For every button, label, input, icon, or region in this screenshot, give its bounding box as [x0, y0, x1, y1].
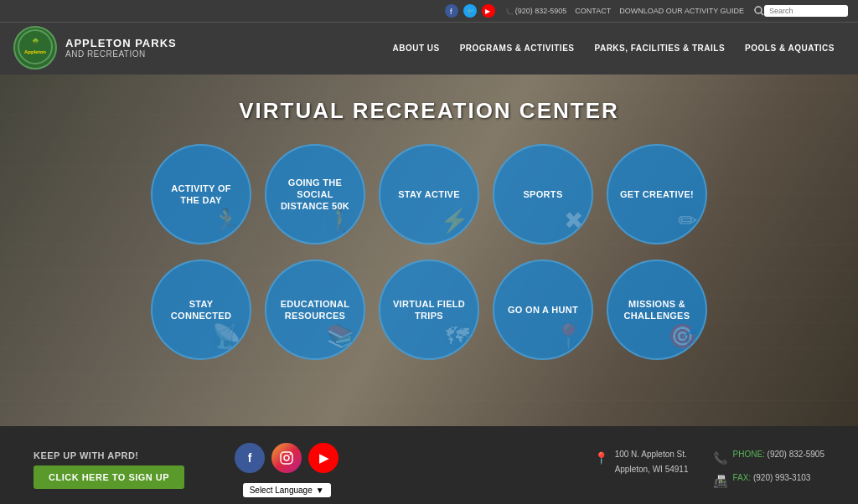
svg-text:▶: ▶	[485, 8, 491, 15]
circle-field-trips[interactable]: 🗺 VIRTUAL FIELDTRIPS	[379, 260, 479, 360]
top-links: 📞 (920) 832-5905 CONTACT DOWNLOAD OUR AC…	[505, 7, 744, 15]
facebook-icon[interactable]: f	[445, 4, 458, 18]
location-icon: 📍	[594, 448, 608, 469]
circle-activity-day[interactable]: 🏃 ACTIVITY OFTHE DAY	[151, 144, 251, 244]
footer-signup: KEEP UP WITH APRD! CLICK HERE TO SIGN UP	[34, 450, 184, 489]
contact-link[interactable]: CONTACT	[575, 7, 611, 15]
logo-area: 🌳 Appleton APPLETON PARKS AND RECREATION	[13, 26, 177, 69]
circle-label-stay-active: STAY ACTIVE	[391, 182, 467, 207]
circle-label-educational: EDUCATIONALRESOURCES	[274, 291, 357, 329]
circle-label-sports: SPORTS	[516, 182, 569, 207]
fax-row: 📠 FAX: (920) 993-3103	[713, 471, 824, 492]
fax-number: (920) 993-3103	[753, 473, 810, 482]
svg-point-4	[755, 7, 762, 13]
circle-sports[interactable]: ✖ SPORTS	[493, 144, 593, 244]
svg-line-5	[761, 13, 763, 15]
circle-label-social-distance: GOING THESOCIALDISTANCE 50K	[274, 170, 356, 219]
circles-row-1: 🏃 ACTIVITY OFTHE DAY 🚶 GOING THESOCIALDI…	[151, 144, 707, 244]
circles-row-2: 📡 STAYCONNECTED 📚 EDUCATIONALRESOURCES 🗺…	[151, 260, 707, 360]
circle-label-activity: ACTIVITY OFTHE DAY	[164, 176, 238, 213]
language-selector[interactable]: Select Language ▼	[243, 483, 331, 497]
svg-text:🌳: 🌳	[32, 38, 39, 45]
nav-about[interactable]: ABOUT US	[382, 39, 449, 58]
fax-label: FAX:	[732, 473, 751, 482]
search-input[interactable]	[764, 5, 848, 17]
circle-stay-connected[interactable]: 📡 STAYCONNECTED	[151, 260, 251, 360]
phone-link[interactable]: 📞 (920) 832-5905	[505, 7, 567, 15]
svg-text:Appleton: Appleton	[24, 49, 46, 54]
footer-social: f ▶ Select Language ▼	[235, 443, 339, 497]
download-link[interactable]: DOWNLOAD OUR ACTIVITY GUIDE	[619, 7, 744, 15]
phone-icon: 📞	[713, 448, 727, 469]
hero-section: VIRTUAL RECREATION CENTER 🏃 ACTIVITY OFT…	[0, 75, 858, 426]
phone-row: 📞 PHONE: (920) 832-5905	[713, 447, 824, 469]
org-name-line2: AND RECREATION	[65, 49, 177, 59]
circle-educational[interactable]: 📚 EDUCATIONALRESOURCES	[265, 260, 365, 360]
svg-text:f: f	[450, 8, 452, 15]
svg-text:🐦: 🐦	[467, 7, 474, 15]
language-dropdown-icon: ▼	[316, 486, 324, 495]
nav-parks[interactable]: PARKS, FACILITIES & TRAILS	[584, 39, 735, 58]
circle-social-distance[interactable]: 🚶 GOING THESOCIALDISTANCE 50K	[265, 144, 365, 244]
main-nav: ABOUT US PROGRAMS & ACTIVITIES PARKS, FA…	[382, 39, 845, 58]
top-bar: f 🐦 ▶ 📞 (920) 832-5905 CONTACT DOWNLOAD …	[0, 0, 858, 22]
address-line2: Appleton, WI 54911	[615, 462, 689, 477]
circles-container: 🏃 ACTIVITY OFTHE DAY 🚶 GOING THESOCIALDI…	[151, 144, 707, 360]
logo-circle: 🌳 Appleton	[13, 26, 57, 69]
search-icon	[754, 6, 764, 16]
footer-instagram-icon[interactable]	[271, 443, 302, 473]
svg-point-11	[290, 453, 292, 455]
hero-title: VIRTUAL RECREATION CENTER	[239, 98, 619, 124]
circle-label-missions: MISSIONS &CHALLENGES	[618, 291, 697, 329]
hunt-icon: 📍	[554, 322, 583, 350]
twitter-icon[interactable]: 🐦	[463, 4, 477, 18]
svg-text:📞: 📞	[505, 8, 513, 15]
nav-pools[interactable]: POOLS & AQUATICS	[735, 39, 845, 58]
logo-svg: 🌳 Appleton	[17, 28, 54, 65]
youtube-icon[interactable]: ▶	[482, 4, 495, 18]
logo-text: APPLETON PARKS AND RECREATION	[65, 37, 177, 59]
phone-label: PHONE:	[732, 450, 764, 459]
sports-icon: ✖	[564, 207, 583, 234]
circle-stay-active[interactable]: ⚡ STAY ACTIVE	[379, 144, 479, 244]
header: 🌳 Appleton APPLETON PARKS AND RECREATION…	[0, 22, 858, 75]
stay-active-icon: ⚡	[440, 207, 469, 234]
address-block: 📍 100 N. Appleton St. Appleton, WI 54911	[594, 447, 689, 492]
nav-programs[interactable]: PROGRAMS & ACTIVITIES	[450, 39, 585, 58]
svg-point-10	[284, 455, 289, 460]
address-line1: 100 N. Appleton St.	[615, 447, 689, 462]
footer-youtube-icon[interactable]: ▶	[308, 443, 339, 473]
circle-missions[interactable]: 🎯 MISSIONS &CHALLENGES	[607, 260, 707, 360]
circle-label-connected: STAYCONNECTED	[164, 291, 238, 329]
top-social-icons: f 🐦 ▶	[445, 4, 495, 18]
org-name-line1: APPLETON PARKS	[65, 37, 177, 49]
svg-point-6	[18, 30, 52, 64]
footer-facebook-icon[interactable]: f	[235, 443, 265, 473]
language-label: Select Language	[250, 486, 313, 495]
fax-icon: 📠	[713, 471, 727, 492]
creative-icon: ✏	[678, 207, 697, 234]
footer-social-icons: f ▶	[235, 443, 339, 473]
phone-block: 📞 PHONE: (920) 832-5905 📠 FAX: (920) 993…	[713, 447, 824, 492]
circle-get-creative[interactable]: ✏ GET CREATIVE!	[607, 144, 707, 244]
signup-button[interactable]: CLICK HERE TO SIGN UP	[34, 465, 184, 489]
circle-hunt[interactable]: 📍 GO ON A HUNT	[493, 260, 593, 360]
search-area	[754, 5, 848, 17]
footer-contact: 📍 100 N. Appleton St. Appleton, WI 54911…	[594, 447, 824, 492]
keep-up-label: KEEP UP WITH APRD!	[34, 450, 139, 460]
circle-label-hunt: GO ON A HUNT	[501, 297, 585, 322]
phone-number: (920) 832-5905	[768, 450, 824, 459]
circle-label-creative: GET CREATIVE!	[613, 182, 700, 207]
circle-label-field-trips: VIRTUAL FIELDTRIPS	[386, 291, 472, 329]
footer: KEEP UP WITH APRD! CLICK HERE TO SIGN UP…	[0, 426, 858, 504]
